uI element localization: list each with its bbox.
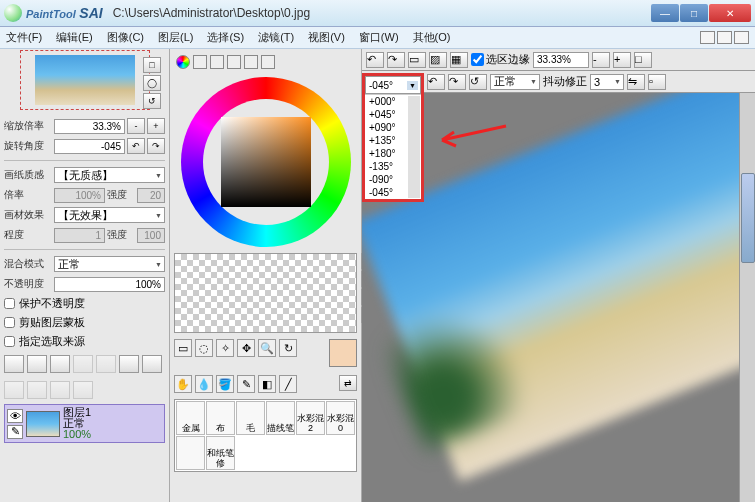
clear-layer-button[interactable] — [119, 355, 139, 373]
mask-button-4[interactable] — [73, 381, 93, 399]
selection-source-label: 指定选取来源 — [19, 334, 85, 349]
menu-image[interactable]: 图像(C) — [107, 30, 144, 45]
zoom-out-button[interactable]: - — [127, 118, 145, 134]
brush-preset[interactable]: 布 — [206, 401, 235, 435]
scrollbar-thumb[interactable] — [741, 173, 755, 263]
delete-layer-button[interactable] — [142, 355, 162, 373]
menu-other[interactable]: 其他(O) — [413, 30, 451, 45]
blend-mode-canvas-dropdown[interactable]: 正常 — [490, 74, 540, 90]
zoom-out-canvas[interactable]: - — [592, 52, 610, 68]
new-folder-button[interactable] — [50, 355, 70, 373]
flip-h-button[interactable]: ⇋ — [627, 74, 645, 90]
menu-window[interactable]: 窗口(W) — [359, 30, 399, 45]
brush-preset[interactable]: 和纸笔修 — [206, 436, 235, 470]
panel-toggle-1[interactable] — [700, 31, 715, 44]
line-tool[interactable]: ╱ — [279, 375, 297, 393]
zoom-field[interactable] — [533, 52, 589, 68]
merge-down-button[interactable] — [96, 355, 116, 373]
nav-fit-button[interactable]: □ — [143, 57, 161, 73]
scratchpad-icon[interactable] — [261, 55, 275, 69]
hsv-slider-icon[interactable] — [210, 55, 224, 69]
move-tool[interactable]: ✥ — [237, 339, 255, 357]
panel-toggle-3[interactable] — [734, 31, 749, 44]
mask-button-2[interactable] — [27, 381, 47, 399]
layer-item[interactable]: 👁 ✎ 图层1 正常 100% — [4, 404, 165, 443]
undo-button[interactable]: ↶ — [366, 52, 384, 68]
menu-filter[interactable]: 滤镜(T) — [258, 30, 294, 45]
zoom-fit-canvas[interactable]: □ — [634, 52, 652, 68]
swatches-icon[interactable] — [244, 55, 258, 69]
nav-reset-button[interactable]: ↺ — [143, 93, 161, 109]
brush-preset[interactable]: 描线笔 — [266, 401, 295, 435]
navigator-thumbnail[interactable] — [35, 55, 135, 105]
minimize-button[interactable]: — — [651, 4, 679, 22]
layer-visibility-icon[interactable]: 👁 — [7, 409, 23, 423]
maximize-button[interactable]: □ — [680, 4, 708, 22]
mask-button-1[interactable] — [4, 381, 24, 399]
menu-select[interactable]: 选择(S) — [207, 30, 244, 45]
vertical-scrollbar[interactable] — [739, 93, 755, 502]
opacity-value[interactable]: 100% — [54, 277, 165, 292]
zoom-value[interactable]: 33.3% — [54, 119, 125, 134]
close-button[interactable]: ✕ — [709, 4, 751, 22]
brush-preset[interactable]: 金属 — [176, 401, 205, 435]
layer-edit-icon[interactable]: ✎ — [7, 425, 23, 439]
bucket-tool[interactable]: 🪣 — [216, 375, 234, 393]
magic-wand-tool[interactable]: ✧ — [216, 339, 234, 357]
brush-preset[interactable]: 毛 — [236, 401, 265, 435]
protect-opacity-checkbox[interactable] — [4, 298, 15, 309]
pen-tool[interactable]: ✎ — [237, 375, 255, 393]
selection-source-checkbox[interactable] — [4, 336, 15, 347]
brush-preset[interactable]: 水彩混0 — [326, 401, 355, 435]
swap-colors-icon[interactable]: ⇄ — [339, 375, 357, 391]
paper-texture-dropdown[interactable]: 【无质感】 — [54, 167, 165, 183]
layer-opacity: 100% — [63, 429, 91, 440]
extra-button[interactable]: ▫ — [648, 74, 666, 90]
brush-preset[interactable] — [176, 436, 205, 470]
mask-button-3[interactable] — [50, 381, 70, 399]
color-wheel-icon[interactable] — [176, 55, 190, 69]
redo-button[interactable]: ↷ — [387, 52, 405, 68]
foreground-color-swatch[interactable] — [329, 339, 357, 367]
rotate-reset-canvas[interactable]: ↺ — [469, 74, 487, 90]
deselect-button[interactable]: ▭ — [408, 52, 426, 68]
saturation-value-box[interactable] — [221, 117, 311, 207]
brush-preset[interactable]: 水彩混2 — [296, 401, 325, 435]
zoom-tool[interactable]: 🔍 — [258, 339, 276, 357]
rotate-ccw-button[interactable]: ↶ — [127, 138, 145, 154]
menu-layer[interactable]: 图层(L) — [158, 30, 193, 45]
blend-dropdown[interactable]: 正常 — [54, 256, 165, 272]
nav-center-button[interactable]: ◯ — [143, 75, 161, 91]
hand-tool[interactable]: ✋ — [174, 375, 192, 393]
select-rect-tool[interactable]: ▭ — [174, 339, 192, 357]
transfer-down-button[interactable] — [73, 355, 93, 373]
new-linework-button[interactable] — [27, 355, 47, 373]
rotate-tool[interactable]: ↻ — [279, 339, 297, 357]
rotate-ccw-canvas[interactable]: ↶ — [427, 74, 445, 90]
new-layer-button[interactable] — [4, 355, 24, 373]
invert-sel-button[interactable]: ▨ — [429, 52, 447, 68]
zoom-in-button[interactable]: + — [147, 118, 165, 134]
paper-effect-dropdown[interactable]: 【无效果】 — [54, 207, 165, 223]
stabilizer-dropdown[interactable]: 3 — [590, 74, 624, 90]
color-picker-tool[interactable]: 💧 — [195, 375, 213, 393]
rotation-list-scrollbar[interactable] — [408, 96, 420, 198]
menu-edit[interactable]: 编辑(E) — [56, 30, 93, 45]
rotate-cw-canvas[interactable]: ↷ — [448, 74, 466, 90]
menu-file[interactable]: 文件(F) — [6, 30, 42, 45]
rgb-slider-icon[interactable] — [193, 55, 207, 69]
gray-slider-icon[interactable] — [227, 55, 241, 69]
scratchpad-panel[interactable] — [174, 253, 357, 333]
show-sel-button[interactable]: ▦ — [450, 52, 468, 68]
selection-edge-checkbox[interactable] — [471, 53, 484, 66]
panel-toggle-2[interactable] — [717, 31, 732, 44]
lasso-tool[interactable]: ◌ — [195, 339, 213, 357]
zoom-in-canvas[interactable]: + — [613, 52, 631, 68]
rotate-cw-button[interactable]: ↷ — [147, 138, 165, 154]
rotation-current-value[interactable]: -045° — [365, 76, 421, 94]
rotate-value[interactable]: -045 — [54, 139, 125, 154]
menu-view[interactable]: 视图(V) — [308, 30, 345, 45]
eraser-tool[interactable]: ◧ — [258, 375, 276, 393]
clipping-mask-checkbox[interactable] — [4, 317, 15, 328]
rotation-angle-dropdown[interactable]: -045° +000° +045° +090° +135° +180° -135… — [362, 73, 424, 202]
